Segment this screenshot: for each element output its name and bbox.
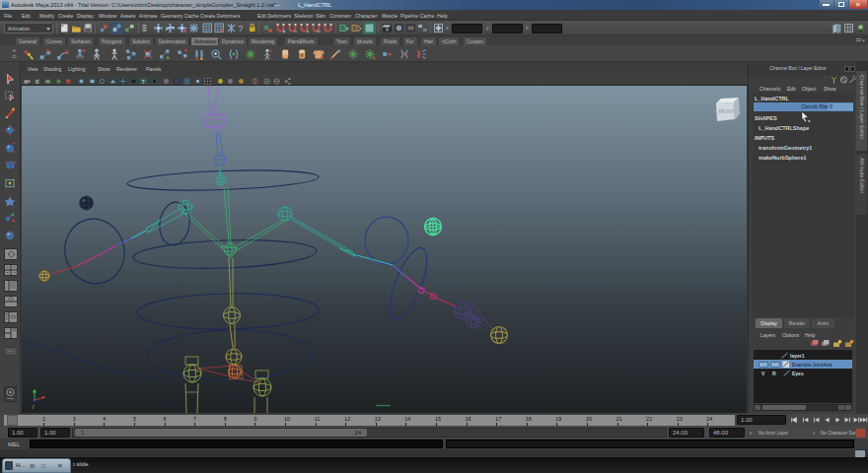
- svg-text:?: ?: [239, 24, 244, 34]
- svg-text:FRONT: FRONT: [719, 109, 735, 114]
